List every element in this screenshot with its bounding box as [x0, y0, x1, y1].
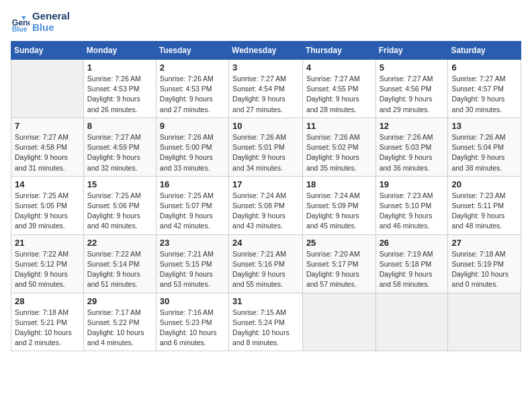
calendar-cell: 16Sunrise: 7:25 AM Sunset: 5:07 PM Dayli…: [156, 176, 228, 234]
calendar-cell: 27Sunrise: 7:18 AM Sunset: 5:19 PM Dayli…: [448, 234, 521, 293]
day-number: 8: [87, 121, 152, 131]
day-number: 27: [451, 238, 517, 248]
day-info: Sunrise: 7:15 AM Sunset: 5:24 PM Dayligh…: [232, 308, 299, 349]
day-number: 26: [380, 238, 445, 248]
svg-text:Blue: Blue: [12, 25, 28, 32]
day-number: 11: [306, 121, 372, 131]
day-number: 30: [160, 296, 225, 306]
day-number: 16: [160, 179, 225, 189]
day-number: 17: [232, 179, 299, 189]
calendar-cell: 12Sunrise: 7:26 AM Sunset: 5:03 PM Dayli…: [375, 118, 448, 176]
calendar-cell: 5Sunrise: 7:27 AM Sunset: 4:56 PM Daylig…: [375, 60, 448, 118]
day-info: Sunrise: 7:27 AM Sunset: 4:56 PM Dayligh…: [380, 74, 445, 115]
day-info: Sunrise: 7:18 AM Sunset: 5:21 PM Dayligh…: [15, 308, 80, 349]
day-number: 2: [160, 62, 225, 73]
day-info: Sunrise: 7:22 AM Sunset: 5:14 PM Dayligh…: [87, 249, 152, 290]
calendar-cell: 30Sunrise: 7:16 AM Sunset: 5:23 PM Dayli…: [156, 293, 228, 351]
calendar-cell: 14Sunrise: 7:25 AM Sunset: 5:05 PM Dayli…: [11, 176, 84, 234]
day-number: 18: [306, 179, 372, 189]
day-number: 14: [15, 179, 80, 189]
day-number: 29: [87, 296, 152, 306]
calendar-cell: 29Sunrise: 7:17 AM Sunset: 5:22 PM Dayli…: [83, 293, 156, 351]
header-day-friday: Friday: [375, 42, 448, 60]
calendar-cell: 8Sunrise: 7:27 AM Sunset: 4:59 PM Daylig…: [83, 118, 156, 176]
day-info: Sunrise: 7:27 AM Sunset: 4:59 PM Dayligh…: [87, 132, 152, 173]
day-number: 19: [380, 179, 445, 189]
day-number: 31: [232, 296, 299, 306]
page-header: General Blue General Blue: [11, 11, 521, 33]
day-info: Sunrise: 7:26 AM Sunset: 5:00 PM Dayligh…: [160, 132, 225, 173]
calendar-cell: 13Sunrise: 7:26 AM Sunset: 5:04 PM Dayli…: [448, 118, 521, 176]
calendar-cell: 18Sunrise: 7:24 AM Sunset: 5:09 PM Dayli…: [302, 176, 375, 234]
day-info: Sunrise: 7:27 AM Sunset: 4:58 PM Dayligh…: [15, 132, 80, 173]
day-info: Sunrise: 7:22 AM Sunset: 5:12 PM Dayligh…: [15, 249, 80, 290]
header-day-wednesday: Wednesday: [229, 42, 303, 60]
calendar-cell: 22Sunrise: 7:22 AM Sunset: 5:14 PM Dayli…: [83, 234, 156, 293]
calendar-cell: 24Sunrise: 7:21 AM Sunset: 5:16 PM Dayli…: [229, 234, 303, 293]
day-info: Sunrise: 7:23 AM Sunset: 5:11 PM Dayligh…: [451, 191, 517, 232]
calendar-body: 1Sunrise: 7:26 AM Sunset: 4:53 PM Daylig…: [11, 60, 521, 351]
day-info: Sunrise: 7:27 AM Sunset: 4:57 PM Dayligh…: [451, 74, 517, 115]
calendar-cell: 15Sunrise: 7:25 AM Sunset: 5:06 PM Dayli…: [83, 176, 156, 234]
day-number: 9: [160, 121, 225, 131]
calendar-table: SundayMondayTuesdayWednesdayThursdayFrid…: [11, 41, 521, 351]
day-number: 6: [451, 62, 517, 73]
day-info: Sunrise: 7:25 AM Sunset: 5:05 PM Dayligh…: [15, 191, 80, 232]
day-number: 25: [306, 238, 372, 248]
logo: General Blue General Blue: [11, 11, 70, 33]
calendar-cell: 31Sunrise: 7:15 AM Sunset: 5:24 PM Dayli…: [229, 293, 303, 351]
day-number: 21: [15, 238, 80, 248]
week-row-2: 7Sunrise: 7:27 AM Sunset: 4:58 PM Daylig…: [11, 118, 521, 176]
week-row-3: 14Sunrise: 7:25 AM Sunset: 5:05 PM Dayli…: [11, 176, 521, 234]
logo-blue: Blue: [32, 22, 70, 34]
day-number: 22: [87, 238, 152, 248]
calendar-cell: 11Sunrise: 7:26 AM Sunset: 5:02 PM Dayli…: [302, 118, 375, 176]
calendar-cell: 25Sunrise: 7:20 AM Sunset: 5:17 PM Dayli…: [302, 234, 375, 293]
day-info: Sunrise: 7:26 AM Sunset: 4:53 PM Dayligh…: [160, 74, 225, 115]
day-info: Sunrise: 7:17 AM Sunset: 5:22 PM Dayligh…: [87, 308, 152, 349]
calendar-cell: 26Sunrise: 7:19 AM Sunset: 5:18 PM Dayli…: [375, 234, 448, 293]
header-row: SundayMondayTuesdayWednesdayThursdayFrid…: [11, 42, 521, 60]
day-info: Sunrise: 7:26 AM Sunset: 4:53 PM Dayligh…: [87, 74, 152, 115]
day-info: Sunrise: 7:23 AM Sunset: 5:10 PM Dayligh…: [380, 191, 445, 232]
day-number: 28: [15, 296, 80, 306]
day-info: Sunrise: 7:26 AM Sunset: 5:03 PM Dayligh…: [380, 132, 445, 173]
calendar-cell: 1Sunrise: 7:26 AM Sunset: 4:53 PM Daylig…: [83, 60, 156, 118]
header-day-sunday: Sunday: [11, 42, 84, 60]
day-number: 13: [451, 121, 517, 131]
calendar-cell: 28Sunrise: 7:18 AM Sunset: 5:21 PM Dayli…: [11, 293, 84, 351]
calendar-cell: 20Sunrise: 7:23 AM Sunset: 5:11 PM Dayli…: [448, 176, 521, 234]
day-number: 7: [15, 121, 80, 131]
day-info: Sunrise: 7:16 AM Sunset: 5:23 PM Dayligh…: [160, 308, 225, 349]
calendar-cell: [11, 60, 84, 118]
calendar-cell: 4Sunrise: 7:27 AM Sunset: 4:55 PM Daylig…: [302, 60, 375, 118]
calendar-cell: 7Sunrise: 7:27 AM Sunset: 4:58 PM Daylig…: [11, 118, 84, 176]
week-row-1: 1Sunrise: 7:26 AM Sunset: 4:53 PM Daylig…: [11, 60, 521, 118]
day-info: Sunrise: 7:27 AM Sunset: 4:55 PM Dayligh…: [306, 74, 372, 115]
day-info: Sunrise: 7:24 AM Sunset: 5:09 PM Dayligh…: [306, 191, 372, 232]
week-row-4: 21Sunrise: 7:22 AM Sunset: 5:12 PM Dayli…: [11, 234, 521, 293]
day-info: Sunrise: 7:27 AM Sunset: 4:54 PM Dayligh…: [232, 74, 299, 115]
calendar-cell: 2Sunrise: 7:26 AM Sunset: 4:53 PM Daylig…: [156, 60, 228, 118]
logo-general: General: [32, 11, 70, 22]
calendar-cell: [375, 293, 448, 351]
calendar-cell: 23Sunrise: 7:21 AM Sunset: 5:15 PM Dayli…: [156, 234, 228, 293]
calendar-cell: [448, 293, 521, 351]
day-info: Sunrise: 7:18 AM Sunset: 5:19 PM Dayligh…: [451, 249, 517, 290]
day-number: 3: [232, 62, 299, 73]
calendar-cell: 19Sunrise: 7:23 AM Sunset: 5:10 PM Dayli…: [375, 176, 448, 234]
day-info: Sunrise: 7:21 AM Sunset: 5:16 PM Dayligh…: [232, 249, 299, 290]
day-info: Sunrise: 7:26 AM Sunset: 5:02 PM Dayligh…: [306, 132, 372, 173]
day-info: Sunrise: 7:19 AM Sunset: 5:18 PM Dayligh…: [380, 249, 445, 290]
day-info: Sunrise: 7:25 AM Sunset: 5:07 PM Dayligh…: [160, 191, 225, 232]
day-info: Sunrise: 7:25 AM Sunset: 5:06 PM Dayligh…: [87, 191, 152, 232]
calendar-cell: 17Sunrise: 7:24 AM Sunset: 5:08 PM Dayli…: [229, 176, 303, 234]
day-number: 4: [306, 62, 372, 73]
day-info: Sunrise: 7:21 AM Sunset: 5:15 PM Dayligh…: [160, 249, 225, 290]
header-day-tuesday: Tuesday: [156, 42, 228, 60]
day-info: Sunrise: 7:24 AM Sunset: 5:08 PM Dayligh…: [232, 191, 299, 232]
header-day-saturday: Saturday: [448, 42, 521, 60]
logo-icon: General Blue: [11, 13, 30, 32]
day-number: 23: [160, 238, 225, 248]
day-number: 1: [87, 62, 152, 73]
